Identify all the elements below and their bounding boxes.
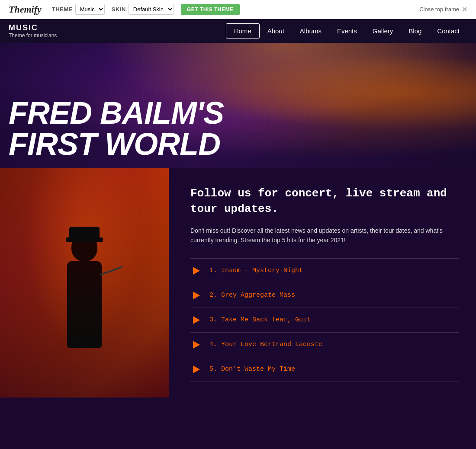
singer-hat [69,227,100,240]
hero-title-line2: FIRST WORLD [9,128,224,160]
track-item-1[interactable]: 1. Insom - Mystery-Night [190,258,459,283]
theme-label: THEME [52,6,73,13]
bottom-spacer [0,423,476,449]
logo: Themify [9,4,42,15]
site-title-area: MUSIC Theme for musicians [9,23,130,38]
info-panel: Follow us for concert, live stream and t… [169,168,476,423]
play-button-4[interactable] [190,339,203,351]
close-frame-button[interactable]: Close top frame ✕ [419,5,467,13]
skin-select[interactable]: Default Skin [129,4,174,15]
theme-select[interactable]: Music [75,4,105,15]
play-button-3[interactable] [190,314,203,326]
artist-image [0,168,169,398]
nav-blog[interactable]: Blog [401,24,429,38]
nav-about[interactable]: About [260,24,292,38]
play-button-2[interactable] [190,289,203,301]
track-name-3: 3. Take Me Back feat, Guit [209,316,311,324]
nav-gallery[interactable]: Gallery [365,24,401,38]
nav-albums[interactable]: Albums [292,24,329,38]
play-button-5[interactable] [190,363,203,375]
get-theme-button[interactable]: GET THIS THEME [181,4,240,15]
close-frame-text: Close top frame [419,6,459,13]
nav-home[interactable]: Home [226,23,260,38]
track-item-3[interactable]: 3. Take Me Back feat, Guit [190,308,459,332]
hero-text: FRED BAILM'S FIRST WORLD [0,97,232,168]
skin-label: SKIN [112,6,126,13]
track-name-5: 5. Don't Waste My Time [209,366,295,373]
follow-description: Don't miss out! Discover all the latest … [190,226,459,245]
nav-events[interactable]: Events [329,24,365,38]
track-item-4[interactable]: 4. Your Love Bertrand Lacoste [190,332,459,357]
content-area: Follow us for concert, live stream and t… [0,168,476,423]
hero-title-line1: FRED BAILM'S [9,97,224,128]
top-bar: Themify THEME Music SKIN Default Skin GE… [0,0,476,19]
nav-links: Home About Albums Events Gallery Blog Co… [226,23,467,38]
follow-heading: Follow us for concert, live stream and t… [190,186,459,217]
site-tagline: Theme for musicians [9,32,130,38]
track-name-4: 4. Your Love Bertrand Lacoste [209,341,322,348]
play-button-1[interactable] [190,265,203,277]
track-item-2[interactable]: 2. Grey Aggregate Mass [190,283,459,308]
track-list: 1. Insom - Mystery-Night 2. Grey Aggrega… [190,258,459,382]
singer-figure [41,216,128,398]
hero-section: FRED BAILM'S FIRST WORLD [0,43,476,168]
track-name-2: 2. Grey Aggregate Mass [209,292,295,299]
track-name-1: 1. Insom - Mystery-Night [209,267,303,274]
site-name: MUSIC [9,23,130,32]
nav-bar: MUSIC Theme for musicians Home About Alb… [0,19,476,43]
nav-contact[interactable]: Contact [429,24,467,38]
track-item-5[interactable]: 5. Don't Waste My Time [190,357,459,382]
singer-body [67,261,102,348]
close-icon: ✕ [462,5,467,13]
